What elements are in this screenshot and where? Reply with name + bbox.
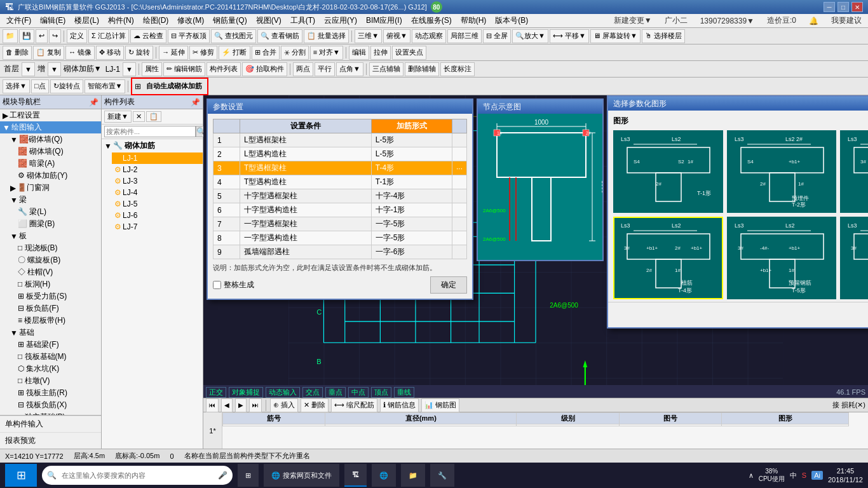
phone-btn[interactable]: 13907298339▼ (696, 15, 758, 27)
properties-btn[interactable]: 属性 (142, 62, 162, 76)
comp-header-pin[interactable]: 📌 (191, 98, 200, 107)
last-btn[interactable]: ⏭ (249, 398, 262, 412)
shape-t3[interactable]: Ls3 Ls2 2# 3# +b1+ 2# 1# 预留钢筋 T-3形 (840, 130, 868, 213)
nav-masonry-wall-item[interactable]: 🧱 砌体墙(Q) (15, 146, 101, 158)
nav-spiral-slab[interactable]: 〇 螺旋板(B) (15, 254, 101, 266)
shape-t1[interactable]: Ls3 Ls2 S4 S2 2# 1# T-1形 (613, 130, 723, 213)
taskbar-search[interactable]: 🔍 在这里输入你要搜索的内容 🎤 (42, 466, 233, 485)
menu-online[interactable]: 在线服务(S) (407, 14, 456, 27)
edit-btn2[interactable]: 编辑 (349, 46, 369, 60)
notify-btn[interactable]: 🔔 (805, 15, 822, 27)
shape-t2[interactable]: Ls3 Ls2 2# S4 +b1+ 2# 1# 预埋件 T-2形 (727, 130, 837, 213)
redo-btn[interactable]: ↪ (49, 29, 61, 43)
menu-tools[interactable]: 工具(T) (287, 14, 319, 27)
taskbar-browser-btn[interactable]: 🌐 搜索网页和文件 (264, 464, 339, 487)
move-btn[interactable]: ✥ 移动 (96, 46, 124, 60)
nav-door-window[interactable]: ▶ 🚪门窗洞 (8, 182, 101, 194)
first-btn[interactable]: ⏮ (206, 398, 219, 412)
save-btn[interactable]: 💾 (19, 29, 34, 43)
comp-lj5[interactable]: ⚙ LJ-5 (112, 198, 203, 210)
suggest-btn[interactable]: 我要建议 (827, 14, 865, 27)
merge-btn[interactable]: ⊞ 合并 (252, 46, 280, 60)
nav-sump[interactable]: ⬡ 集水坑(K) (15, 363, 101, 375)
new-change-btn[interactable]: 新建变更▼ (610, 14, 656, 27)
menu-version[interactable]: 版本号(B) (491, 14, 532, 27)
cloud-check-btn[interactable]: ☁ 云检查 (130, 29, 166, 43)
shape-t6[interactable]: Ls3 Ls2 3# +b1+ 1# +b1+ 2# 预留钢筋 T-6形 (840, 217, 868, 299)
nav-floor-band[interactable]: ≡ 楼层板带(H) (15, 315, 101, 327)
taskbar-file-btn[interactable]: 📁 (401, 464, 425, 487)
nav-pin-btn[interactable]: 📌 (89, 98, 98, 107)
select-floor-btn[interactable]: 🖱 选择楼层 (642, 29, 685, 43)
whole-building-label[interactable]: 整栋生成 (213, 280, 254, 290)
lj-dropdown[interactable]: ▼ (123, 62, 136, 76)
trim-btn[interactable]: ✂ 修剪 (189, 46, 217, 60)
open-btn[interactable]: 📁 (3, 29, 18, 43)
nav-raft-neg[interactable]: ⊟ 筏板负筋(X) (15, 399, 101, 411)
menu-view[interactable]: 视图(V) (252, 14, 285, 27)
nav-col-cap[interactable]: ◇ 柱帽(V) (15, 266, 101, 278)
nav-cast-slab[interactable]: □ 现浇板(B) (15, 242, 101, 254)
pickup-btn[interactable]: 🎯 抬取构件 (242, 62, 287, 76)
nav-found-beam[interactable]: ⊞ 基础梁(F) (15, 339, 101, 351)
nav-dark-beam[interactable]: 🧱 暗梁(A) (15, 158, 101, 170)
three-point-aux-btn[interactable]: 三点辅轴 (369, 62, 403, 76)
stretch-btn[interactable]: 拉伸 (370, 46, 391, 60)
rebar-chart-btn[interactable]: 📊 钢筋图 (421, 398, 459, 412)
menu-cloud[interactable]: 云应用(Y) (320, 14, 361, 27)
pan-btn[interactable]: ⟷ 平移▼ (550, 29, 589, 43)
nav-slab-hole[interactable]: □ 板洞(H) (15, 278, 101, 290)
rebar-info-btn[interactable]: ℹ 钢筋信息 (380, 398, 419, 412)
del-aux-btn[interactable]: 删除辅轴 (405, 62, 439, 76)
point-angle-btn[interactable]: 点角▼ (336, 62, 363, 76)
nav-raft-main[interactable]: ⊞ 筏板主筋(R) (15, 387, 101, 399)
perpendicular-btn[interactable]: 垂点 (325, 387, 346, 398)
comp-lj2[interactable]: ⚙ LJ-2 (112, 164, 203, 175)
time-display[interactable]: 21:45 2018/11/12 (828, 466, 863, 485)
minimize-button[interactable]: ─ (824, 2, 835, 12)
perpline-btn[interactable]: 垂线 (394, 387, 414, 398)
menu-edit[interactable]: 编辑(E) (36, 14, 69, 27)
nav-slab-group[interactable]: ▼ 板 (8, 230, 101, 242)
midpoint-btn[interactable]: 中点 (348, 387, 369, 398)
smart-layout-btn[interactable]: 智能布置▼ (85, 79, 126, 93)
guangxiao-btn[interactable]: 广小二 (661, 14, 691, 27)
taskbar-app3-btn[interactable]: 🔧 (430, 464, 454, 487)
3d-btn[interactable]: 三维▼ (355, 29, 382, 43)
shape-t4[interactable]: Ls3 Ls2 3# +b1+ 2# +b1+ 2# 1# 植筋 (613, 217, 723, 299)
report-preview-btn[interactable]: 报表预览 (0, 432, 101, 449)
length-dim-btn[interactable]: 长度标注 (440, 62, 475, 76)
two-point-btn[interactable]: 两点 (293, 62, 313, 76)
dynamic-obs-btn[interactable]: 动态观察 (412, 29, 446, 43)
system-tray-expand[interactable]: ∧ (749, 471, 754, 480)
break-btn[interactable]: ⚡ 打断 (219, 46, 250, 60)
nav-slab-rebar[interactable]: ⊞ 板受力筋(S) (15, 290, 101, 302)
nav-drawing-input[interactable]: ▼ 绘图输入 (0, 121, 101, 133)
view-rebar-btn[interactable]: 🔍 查看钢筋 (257, 29, 302, 43)
intersection-btn[interactable]: 交点 (302, 387, 323, 398)
nav-masonry-rebar[interactable]: ⚙ 砌体加筋(Y) (15, 170, 101, 182)
undo-btn[interactable]: ↩ (36, 29, 48, 43)
prev-btn[interactable]: ◀ (221, 398, 233, 412)
shape-t5[interactable]: Ls3 Ls2 3# -4#- +b1+ +b1+ 1# 预留钢筋 T-5形 (727, 217, 837, 299)
edit-rebar-btn[interactable]: ✏ 编辑钢筋 (163, 62, 205, 76)
maximize-button[interactable]: □ (837, 2, 849, 12)
mirror-btn[interactable]: ↔ 镜像 (65, 46, 95, 60)
extend-btn[interactable]: → 延伸 (159, 46, 188, 60)
vertex-btn[interactable]: 顶点 (371, 387, 391, 398)
nav-beam-group[interactable]: ▼ 梁 (8, 194, 101, 206)
rotate-btn[interactable]: ↻ 旋转 (125, 46, 153, 60)
nav-project-settings[interactable]: ▶ 工程设置 (0, 109, 101, 121)
menu-floor[interactable]: 楼层(L) (71, 14, 103, 27)
comp-lj4[interactable]: ⚙ LJ-4 (112, 187, 203, 198)
parallel-btn[interactable]: 平行 (315, 62, 335, 76)
fullscreen-btn[interactable]: ⊟ 全屏 (483, 29, 511, 43)
nav-raft[interactable]: □ 筏板基础(M) (15, 351, 101, 363)
del-comp-btn[interactable]: ✕ (133, 111, 145, 122)
select-mode-btn[interactable]: 选择▼ (3, 79, 30, 93)
scale-match-btn[interactable]: ⟷ 缩尺配筋 (331, 398, 377, 412)
cost-btn[interactable]: 造价豆:0 (763, 14, 800, 27)
start-button[interactable]: ⊞ (5, 464, 37, 487)
menu-help[interactable]: 帮助(H) (457, 14, 491, 27)
nav-foundation-group[interactable]: ▼ 基础 (8, 327, 101, 339)
